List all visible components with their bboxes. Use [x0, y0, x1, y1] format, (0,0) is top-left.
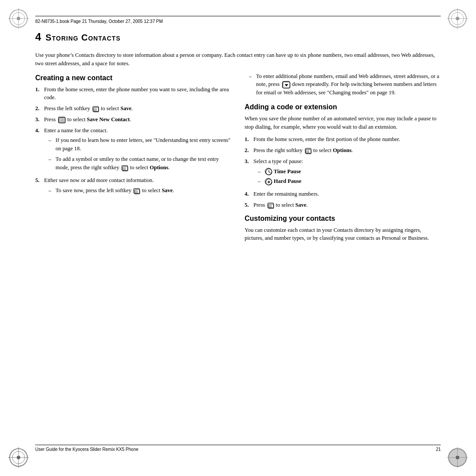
- corner-mark-bl: [8, 447, 29, 468]
- menu-icon: [58, 117, 65, 123]
- svg-marker-34: [285, 84, 288, 86]
- section-extension-intro: When you save the phone number of an aut…: [245, 115, 441, 131]
- ext-step-3: 3. Select a type of pause: –: [245, 157, 441, 187]
- step-1: 1. From the home screen, enter the phone…: [35, 86, 231, 102]
- svg-line-40: [269, 172, 270, 173]
- section-customizing-heading: Customizing your contacts: [245, 215, 441, 223]
- extension-steps-list: 1. From the home screen, enter the first…: [245, 135, 441, 209]
- step-3: 3. Press to select Save New Contact.: [35, 115, 231, 124]
- section-extension-heading: Adding a code or extension: [245, 103, 441, 111]
- right-dash-item: – To enter additional phone numbers, ema…: [249, 72, 441, 97]
- corner-mark-tl: [8, 8, 29, 29]
- step-4-subs: – If you need to learn how to enter lett…: [48, 136, 231, 171]
- softkey-options-icon: [305, 148, 311, 153]
- hard-pause-icon: [265, 178, 272, 185]
- intro-text: Use your phone’s Contacts directory to s…: [35, 51, 441, 68]
- main-content: 4Storing Contacts Use your phone’s Conta…: [35, 31, 441, 441]
- softkey-left-icon: [93, 106, 99, 112]
- header-bar: 82-N8735-1.book Page 21 Thursday, Octobe…: [35, 16, 441, 25]
- footer-bar: User Guide for the Kyocera Slider Remix …: [35, 445, 441, 452]
- footer-left-text: User Guide for the Kyocera Slider Remix …: [35, 447, 138, 452]
- sub-4-1: – If you need to learn how to enter lett…: [48, 136, 231, 153]
- creating-steps-list: 1. From the home screen, enter the phone…: [35, 86, 231, 197]
- ext-step-1: 1. From the home screen, enter the first…: [245, 135, 441, 144]
- chapter-heading: 4Storing Contacts: [35, 31, 441, 43]
- softkey-right-icon: [122, 165, 128, 171]
- sub-4-2: – To add a symbol or smiley to the conta…: [48, 155, 231, 172]
- corner-mark-tr: [447, 8, 468, 29]
- time-pause-row: – Time Pause: [258, 167, 441, 176]
- softkey-save-icon: [134, 188, 140, 193]
- step-4: 4. Enter a name for the contact. – If yo…: [35, 126, 231, 174]
- footer-right-text: 21: [436, 447, 441, 452]
- section-customizing-text: You can customize each contact in your C…: [245, 226, 441, 243]
- pause-types: – Time Pause: [258, 167, 441, 186]
- section-creating-heading: Creating a new contact: [35, 74, 231, 82]
- chapter-title: Storing Contacts: [45, 33, 120, 42]
- softkey-final-save-icon: [268, 203, 274, 208]
- nav-down-icon: [282, 81, 290, 88]
- time-pause-icon: [265, 168, 272, 175]
- step-5: 5. Either save now or add more contact i…: [35, 176, 231, 197]
- sub-5-1: – To save now, press the left softkey to…: [48, 186, 231, 195]
- right-column: – To enter additional phone numbers, ema…: [245, 72, 441, 247]
- hard-pause-row: – Hard Pause: [258, 177, 441, 186]
- corner-mark-br: [447, 447, 468, 468]
- right-col-intro-dash: – To enter additional phone numbers, ema…: [249, 72, 441, 97]
- page: 82-N8735-1.book Page 21 Thursday, Octobe…: [0, 0, 476, 476]
- header-text: 82-N8735-1.book Page 21 Thursday, Octobe…: [35, 19, 163, 24]
- two-column-layout: Creating a new contact 1. From the home …: [35, 72, 441, 247]
- step-2: 2. Press the left softkey to select Save…: [35, 104, 231, 113]
- chapter-number: 4: [35, 31, 41, 43]
- left-column: Creating a new contact 1. From the home …: [35, 72, 231, 247]
- ext-step-5: 5. Press to select Save.: [245, 201, 441, 209]
- ext-step-4: 4. Enter the remaining numbers.: [245, 190, 441, 198]
- ext-step-2: 2. Press the right softkey to select Opt…: [245, 146, 441, 155]
- step-5-subs: – To save now, press the left softkey to…: [48, 186, 231, 195]
